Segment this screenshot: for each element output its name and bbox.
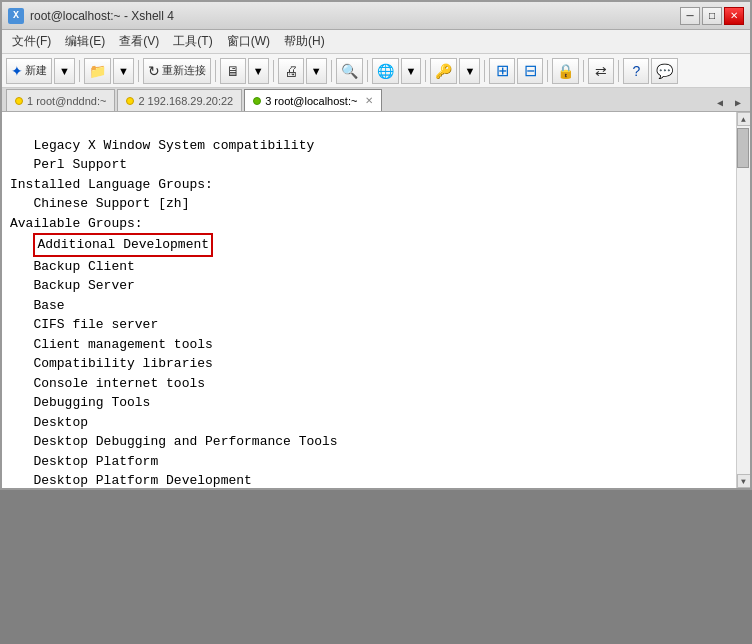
key-button[interactable]: 🔑	[430, 58, 457, 84]
line-13: Console internet tools	[10, 376, 205, 391]
tab-2[interactable]: 2 192.168.29.20:22	[117, 89, 242, 111]
new-dropdown[interactable]: ▼	[54, 58, 75, 84]
line-11: Client management tools	[10, 337, 213, 352]
key-dropdown[interactable]: ▼	[459, 58, 480, 84]
separator-2	[138, 60, 139, 82]
bottom-area	[0, 490, 752, 644]
maximize-button[interactable]: □	[702, 7, 722, 25]
title-bar-left: X root@localhost:~ - Xshell 4	[8, 8, 174, 24]
line-10: CIFS file server	[10, 317, 158, 332]
separator-3	[215, 60, 216, 82]
line-1: Legacy X Window System compatibility	[10, 138, 314, 153]
scroll-down-button[interactable]: ▼	[737, 474, 751, 488]
menu-help[interactable]: 帮助(H)	[278, 31, 331, 52]
monitor-button[interactable]: 🖥	[220, 58, 246, 84]
monitor-dropdown[interactable]: ▼	[248, 58, 269, 84]
reconnect-button[interactable]: ↻ 重新连接	[143, 58, 211, 84]
print-dropdown[interactable]: ▼	[306, 58, 327, 84]
separator-9	[547, 60, 548, 82]
terminal-container: Legacy X Window System compatibility Per…	[2, 112, 750, 488]
tab-2-label: 2 192.168.29.20:22	[138, 95, 233, 107]
line-8: Backup Server	[10, 278, 135, 293]
new-button[interactable]: ✦ 新建	[6, 58, 52, 84]
menu-window[interactable]: 窗口(W)	[221, 31, 276, 52]
tab-1-dot	[15, 97, 23, 105]
terminal-output: Legacy X Window System compatibility Per…	[10, 116, 728, 488]
menu-edit[interactable]: 编辑(E)	[59, 31, 111, 52]
scrollbar-track[interactable]	[737, 126, 750, 474]
tab-next-button[interactable]: ▶	[730, 95, 746, 111]
line-7: Backup Client	[10, 259, 135, 274]
menu-file[interactable]: 文件(F)	[6, 31, 57, 52]
line-5: Available Groups:	[10, 216, 143, 231]
tab-2-dot	[126, 97, 134, 105]
print-button[interactable]: 🖨	[278, 58, 304, 84]
separator-10	[583, 60, 584, 82]
tab-3-dot	[253, 97, 261, 105]
minimize-button[interactable]: ─	[680, 7, 700, 25]
close-button[interactable]: ✕	[724, 7, 744, 25]
line-15: Desktop	[10, 415, 88, 430]
tab-1[interactable]: 1 root@nddnd:~	[6, 89, 115, 111]
menu-tools[interactable]: 工具(T)	[167, 31, 218, 52]
terminal-content[interactable]: Legacy X Window System compatibility Per…	[2, 112, 736, 488]
line-14: Debugging Tools	[10, 395, 150, 410]
grid-button[interactable]: ⊞	[489, 58, 515, 84]
separator-6	[367, 60, 368, 82]
globe-dropdown[interactable]: ▼	[401, 58, 422, 84]
separator-4	[273, 60, 274, 82]
scrollbar-thumb[interactable]	[737, 128, 749, 168]
line-6: Additional Development	[10, 237, 213, 252]
scroll-up-button[interactable]: ▲	[737, 112, 751, 126]
title-bar: X root@localhost:~ - Xshell 4 ─ □ ✕	[2, 2, 750, 30]
search-button[interactable]: 🔍	[336, 58, 363, 84]
tab-prev-button[interactable]: ◀	[712, 95, 728, 111]
folder-dropdown[interactable]: ▼	[113, 58, 134, 84]
tab-bar: 1 root@nddnd:~ 2 192.168.29.20:22 3 root…	[2, 88, 750, 112]
line-17: Desktop Platform	[10, 454, 158, 469]
folder-button[interactable]: 📁	[84, 58, 111, 84]
chat-button[interactable]: 💬	[651, 58, 678, 84]
separator-7	[425, 60, 426, 82]
highlighted-text: Additional Development	[33, 233, 213, 257]
separator-8	[484, 60, 485, 82]
scrollbar-vertical[interactable]: ▲ ▼	[736, 112, 750, 488]
line-4: Chinese Support [zh]	[10, 196, 189, 211]
line-2: Perl Support	[10, 157, 127, 172]
window-title: root@localhost:~ - Xshell 4	[30, 9, 174, 23]
tab-3-label: 3 root@localhost:~	[265, 95, 357, 107]
main-window: X root@localhost:~ - Xshell 4 ─ □ ✕ 文件(F…	[0, 0, 752, 490]
tab-3[interactable]: 3 root@localhost:~ ✕	[244, 89, 382, 111]
line-16: Desktop Debugging and Performance Tools	[10, 434, 338, 449]
toolbar: ✦ 新建 ▼ 📁 ▼ ↻ 重新连接 🖥 ▼ 🖨 ▼ 🔍 🌐 ▼ 🔑 ▼ ⊞ ⊟ …	[2, 54, 750, 88]
separator-5	[331, 60, 332, 82]
menu-bar: 文件(F) 编辑(E) 查看(V) 工具(T) 窗口(W) 帮助(H)	[2, 30, 750, 54]
app-icon: X	[8, 8, 24, 24]
line-18: Desktop Platform Development	[10, 473, 252, 488]
menu-view[interactable]: 查看(V)	[113, 31, 165, 52]
tab-nav: ◀ ▶	[712, 95, 746, 111]
line-9: Base	[10, 298, 65, 313]
transfer-button[interactable]: ⇄	[588, 58, 614, 84]
tab-3-close[interactable]: ✕	[365, 95, 373, 106]
globe-button[interactable]: 🌐	[372, 58, 399, 84]
help-button[interactable]: ?	[623, 58, 649, 84]
separator-11	[618, 60, 619, 82]
line-3: Installed Language Groups:	[10, 177, 213, 192]
lock-button[interactable]: 🔒	[552, 58, 579, 84]
tab-1-label: 1 root@nddnd:~	[27, 95, 106, 107]
separator-1	[79, 60, 80, 82]
line-12: Compatibility libraries	[10, 356, 213, 371]
grid2-button[interactable]: ⊟	[517, 58, 543, 84]
title-buttons: ─ □ ✕	[680, 7, 744, 25]
